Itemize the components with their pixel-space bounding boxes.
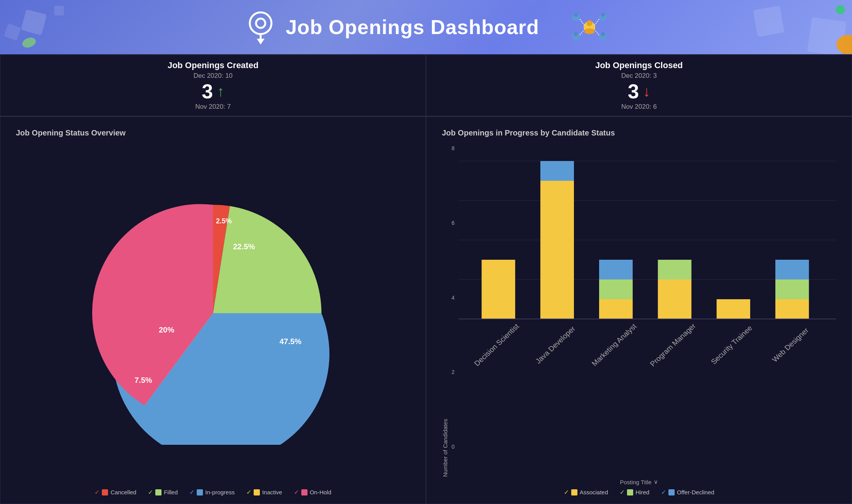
bars-area: Decision Scientist Java Developer Market… xyxy=(459,141,836,477)
svg-point-19 xyxy=(574,32,578,36)
svg-rect-46 xyxy=(775,279,809,299)
x-axis-title: Posting Title xyxy=(620,479,652,485)
pie-legend: ✓ Cancelled ✓ Filled ✓ In-progress ✓ Ina… xyxy=(16,489,410,496)
legend-cancelled-label: Cancelled xyxy=(110,489,136,495)
svg-line-23 xyxy=(595,19,599,25)
x-axis-dropdown-icon[interactable]: ∨ xyxy=(654,478,658,485)
inprogress-swatch xyxy=(197,489,203,495)
svg-rect-0 xyxy=(21,9,47,35)
onhold-swatch xyxy=(301,489,307,495)
y-label-8: 8 xyxy=(452,145,455,151)
svg-text:Security Trainee: Security Trainee xyxy=(709,324,754,366)
y-label-2: 2 xyxy=(452,369,455,375)
svg-line-24 xyxy=(580,30,584,35)
svg-rect-38 xyxy=(540,161,574,181)
svg-text:Marketing Analyst: Marketing Analyst xyxy=(590,322,638,367)
svg-point-17 xyxy=(601,13,605,17)
metric-closed-value-row: 3 ↓ xyxy=(628,81,650,101)
page-title: Job Openings Dashboard xyxy=(286,15,539,39)
svg-point-6 xyxy=(837,35,852,54)
svg-rect-41 xyxy=(599,260,633,279)
svg-rect-44 xyxy=(716,299,750,319)
legend-onhold: ✓ On-Hold xyxy=(294,489,332,496)
svg-text:47.5%: 47.5% xyxy=(280,337,302,346)
svg-point-9 xyxy=(256,19,265,28)
metric-created-current: Dec 2020: 10 xyxy=(193,72,232,80)
svg-rect-43 xyxy=(658,260,691,279)
legend-cancelled: ✓ Cancelled xyxy=(94,489,136,496)
pie-chart-svg: 22.5% 47.5% 7.5% 20% 2.5% xyxy=(81,182,345,445)
svg-rect-47 xyxy=(775,260,809,279)
svg-text:Web Designer: Web Designer xyxy=(770,326,810,363)
svg-rect-7 xyxy=(54,6,64,15)
offer-declined-check-icon: ✓ xyxy=(661,489,666,496)
metric-closed: Job Openings Closed Dec 2020: 3 3 ↓ Nov … xyxy=(426,55,852,116)
metric-closed-current: Dec 2020: 3 xyxy=(621,72,657,80)
svg-rect-39 xyxy=(599,299,633,319)
y-label-6: 6 xyxy=(452,220,455,226)
y-axis: 8 6 4 2 0 xyxy=(452,141,455,477)
cancelled-swatch xyxy=(102,489,108,495)
legend-inprogress: ✓ In-progress xyxy=(189,489,235,496)
svg-point-21 xyxy=(601,32,605,36)
svg-rect-45 xyxy=(775,299,809,319)
svg-rect-3 xyxy=(753,5,784,37)
pie-chart-panel: Job Opening Status Overview 22.5% 47.5% xyxy=(0,117,426,504)
legend-filled: ✓ Filled xyxy=(148,489,178,496)
svg-point-5 xyxy=(836,5,845,14)
y-label-4: 4 xyxy=(452,295,455,301)
legend-offer-declined: ✓ Offer-Declined xyxy=(661,489,714,496)
metric-created: Job Openings Created Dec 2020: 10 3 ↑ No… xyxy=(0,55,426,116)
people-network-icon xyxy=(570,10,609,45)
onhold-check-icon: ✓ xyxy=(294,489,299,496)
legend-hired: ✓ Hired xyxy=(620,489,649,496)
bar-chart-area: Number of Candidates 8 6 4 2 0 xyxy=(442,141,836,496)
hired-swatch xyxy=(627,489,633,495)
legend-hired-label: Hired xyxy=(636,489,649,495)
inprogress-check-icon: ✓ xyxy=(189,489,194,496)
metric-created-footer: Nov 2020: 7 xyxy=(195,103,231,111)
svg-marker-11 xyxy=(257,39,265,45)
filled-swatch xyxy=(155,489,161,495)
svg-point-15 xyxy=(574,13,578,17)
inactive-check-icon: ✓ xyxy=(246,489,251,496)
svg-text:22.5%: 22.5% xyxy=(233,242,255,251)
header: Job Openings Dashboard xyxy=(0,0,852,54)
metric-created-value: 3 xyxy=(202,81,213,101)
svg-rect-36 xyxy=(481,260,515,319)
bar-chart-title: Job Openings in Progress by Candidate St… xyxy=(442,129,836,137)
x-axis-title-row: Posting Title ∨ xyxy=(442,478,836,485)
svg-rect-37 xyxy=(540,181,574,319)
svg-rect-42 xyxy=(658,279,691,319)
svg-rect-4 xyxy=(807,17,847,54)
metric-created-value-row: 3 ↑ xyxy=(202,81,224,101)
pie-chart-title: Job Opening Status Overview xyxy=(16,129,410,137)
cancelled-check-icon: ✓ xyxy=(94,489,100,496)
charts-row: Job Opening Status Overview 22.5% 47.5% xyxy=(0,116,852,504)
legend-onhold-label: On-Hold xyxy=(310,489,332,495)
y-axis-title: Number of Candidates xyxy=(442,141,448,477)
bar-legend: ✓ Associated ✓ Hired ✓ Offer-Declined xyxy=(442,489,836,496)
bar-chart-inner: Number of Candidates 8 6 4 2 0 xyxy=(442,141,836,477)
svg-rect-40 xyxy=(599,279,633,299)
metrics-row: Job Openings Created Dec 2020: 10 3 ↑ No… xyxy=(0,54,852,116)
filled-check-icon: ✓ xyxy=(148,489,153,496)
legend-filled-label: Filled xyxy=(164,489,178,495)
location-pin-icon xyxy=(243,10,278,45)
offer-declined-swatch xyxy=(668,489,675,495)
svg-point-8 xyxy=(250,12,271,34)
y-label-0: 0 xyxy=(452,444,455,450)
legend-offer-declined-label: Offer-Declined xyxy=(677,489,714,495)
bar-chart-panel: Job Openings in Progress by Candidate St… xyxy=(426,117,852,504)
svg-point-2 xyxy=(21,36,37,50)
trend-up-icon: ↑ xyxy=(217,84,224,99)
associated-check-icon: ✓ xyxy=(564,489,569,496)
legend-inprogress-label: In-progress xyxy=(205,489,235,495)
svg-text:Java Developer: Java Developer xyxy=(534,325,577,365)
trend-down-icon: ↓ xyxy=(643,84,650,99)
svg-text:2.5%: 2.5% xyxy=(216,217,232,225)
legend-associated-label: Associated xyxy=(580,489,608,495)
metric-closed-footer: Nov 2020: 6 xyxy=(621,103,657,111)
metric-closed-title: Job Openings Closed xyxy=(595,60,683,70)
legend-inactive: ✓ Inactive xyxy=(246,489,282,496)
